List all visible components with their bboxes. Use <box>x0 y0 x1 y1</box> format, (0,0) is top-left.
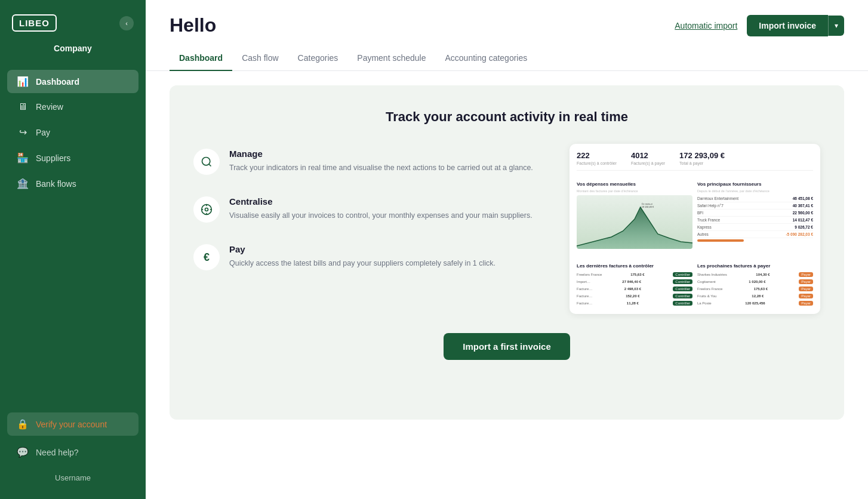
ss-invoice-panels: Les dernières factures à contrôler Freel… <box>577 258 813 307</box>
sidebar-item-dashboard[interactable]: 📊 Dashboard <box>7 70 138 93</box>
feature-centralise-title: Centralise <box>229 196 550 207</box>
manage-icon-circle <box>193 149 220 175</box>
ss-stats: 222 Facture(s) à contrôler 4012 Facture(… <box>577 151 813 171</box>
logo: LIBEO <box>12 14 57 32</box>
centralise-icon-circle <box>193 196 220 223</box>
ss-ctrl-inv-3: Facture… 152,20 € Contrôler <box>577 292 692 300</box>
ss-suppliers-subtitle: Depuis le début de l'annéee, par date d'… <box>697 189 813 193</box>
sidebar-item-label: Suppliers <box>36 153 70 163</box>
sidebar-item-label: Review <box>36 102 63 112</box>
ss-supplier-val-4: 9 026,72 € <box>795 225 813 229</box>
sidebar-item-bank-flows[interactable]: 🏦 Bank flows <box>7 172 138 195</box>
ss-supplier-name-1: Safari Help n°7 <box>697 204 724 208</box>
sidebar-bottom: 🔒 Verify your account 💬 Need help? Usern… <box>0 405 146 499</box>
auto-import-link[interactable]: Automatic import <box>675 21 737 30</box>
svg-line-1 <box>209 164 211 167</box>
ss-supplier-val-5: -5 090 282,03 € <box>786 232 813 236</box>
ss-stat-1: 222 Facture(s) à contrôler <box>577 151 617 165</box>
username-area: Username <box>7 469 138 492</box>
feature-pay-desc: Quickly access the latest bills and pay … <box>229 258 550 269</box>
sidebar-item-review[interactable]: 🖥 Review <box>7 96 138 118</box>
ss-supplier-name-3: Truck France <box>697 218 720 222</box>
ss-ctrl-inv-2: Facture… 2 498,03 € Contrôler <box>577 285 692 292</box>
ss-pay-inv-2: Freelors France 175,63 € Payer <box>697 285 813 292</box>
ss-stat-2: 4012 Facture(s) à payer <box>631 151 665 165</box>
ss-stat-2-num: 4012 <box>631 151 665 160</box>
tab-categories[interactable]: Categories <box>288 46 348 71</box>
verify-account-label: Verify your account <box>36 420 107 429</box>
ss-to-pay-title: Les prochaines factures à payer <box>697 263 813 269</box>
feature-pay: € Pay Quickly access the latest bills an… <box>193 244 550 270</box>
dashboard-icon: 📊 <box>17 76 29 87</box>
ss-supplier-row-5: Autres -5 090 282,03 € <box>697 231 813 238</box>
ss-suppliers-title: Vos principaux fournisseurs <box>697 181 813 187</box>
pay-icon: ↪ <box>17 127 29 138</box>
svg-point-0 <box>202 158 210 165</box>
ss-pay-inv-4: La Poste 120 025,456 Payer <box>697 300 813 307</box>
import-first-invoice-button[interactable]: Import a first invoice <box>444 333 570 360</box>
ss-supplier-name-2: BFI <box>697 211 703 215</box>
sidebar-company-name: Company <box>0 41 146 65</box>
tab-dashboard[interactable]: Dashboard <box>170 46 232 71</box>
ss-pay-inv-3: Fruits & You 12,28 € Payer <box>697 292 813 300</box>
review-icon: 🖥 <box>17 101 29 112</box>
need-help-item[interactable]: 💬 Need help? <box>7 441 138 464</box>
promo-screenshot: 222 Facture(s) à contrôler 4012 Facture(… <box>570 144 820 314</box>
tab-cash-flow[interactable]: Cash flow <box>232 46 288 71</box>
ss-pay-invoices-col: Les prochaines factures à payer Sharkes … <box>697 258 813 307</box>
tab-payment-schedule[interactable]: Payment schedule <box>347 46 435 71</box>
ss-supplier-name-0: Darréoux Entertainment <box>697 196 738 201</box>
ss-supplier-row-2: BFI 22 560,00 € <box>697 210 813 217</box>
sidebar-item-label: Pay <box>36 128 50 137</box>
ss-supplier-val-0: 46 451,08 € <box>793 196 813 201</box>
dashboard-body: Track your account activity in real time… <box>146 71 868 499</box>
bank-flows-icon: 🏦 <box>17 178 29 189</box>
ss-suppliers-col: Vos principaux fournisseurs Depuis le dé… <box>697 177 813 254</box>
ss-supplier-val-1: 40 367,41 € <box>793 204 813 208</box>
tabs: Dashboard Cash flow Categories Payment s… <box>146 46 868 71</box>
ss-chart-col: Vos dépenses mensuelles Montant des fact… <box>577 177 692 254</box>
ss-stat-1-label: Facture(s) à contrôler <box>577 161 617 165</box>
import-invoice-button-wrap: Import invoice ▾ <box>747 15 844 36</box>
main-content: Hello Automatic import Import invoice ▾ … <box>146 0 868 499</box>
ss-ctrl-inv-0: Freelors France 175,63 € Contrôler <box>577 271 692 278</box>
ss-supplier-row-1: Safari Help n°7 40 367,41 € <box>697 202 813 210</box>
sidebar-logo-area: LIBEO ‹ <box>0 0 146 41</box>
promo-card: Track your account activity in real time… <box>170 85 844 420</box>
sidebar-nav: 📊 Dashboard 🖥 Review ↪ Pay 🏪 Suppliers 🏦… <box>0 65 146 405</box>
help-icon: 💬 <box>17 446 29 458</box>
sidebar-item-suppliers[interactable]: 🏪 Suppliers <box>7 146 138 170</box>
ss-supplier-row-4: Kapress 9 026,72 € <box>697 224 813 231</box>
ss-pay-inv-1: Cogitament 1 020,00 € Payer <box>697 278 813 285</box>
feature-centralise-desc: Visualise easily all your invoices to co… <box>229 210 550 221</box>
import-invoice-dropdown-button[interactable]: ▾ <box>828 16 844 36</box>
sidebar-item-label: Dashboard <box>36 77 79 87</box>
ss-to-control-title: Les dernières factures à contrôler <box>577 263 692 269</box>
pay-icon-circle: € <box>193 244 220 270</box>
feature-manage-title: Manage <box>229 149 550 159</box>
ss-supplier-row-0: Darréoux Entertainment 46 451,08 € <box>697 195 813 202</box>
sidebar-item-pay[interactable]: ↪ Pay <box>7 121 138 144</box>
ss-ctrl-inv-1: Import… 27 846,40 € Contrôler <box>577 278 692 285</box>
ss-stat-1-num: 222 <box>577 151 617 160</box>
verify-account-item[interactable]: 🔒 Verify your account <box>7 412 138 436</box>
import-invoice-button[interactable]: Import invoice <box>747 15 828 36</box>
sidebar-collapse-button[interactable]: ‹ <box>119 16 134 30</box>
tab-accounting-categories[interactable]: Accounting categories <box>435 46 537 71</box>
ss-supplier-name-5: Autres <box>697 232 709 236</box>
ss-supplier-val-3: 14 012,47 € <box>793 218 813 222</box>
ss-orange-bar <box>697 239 744 242</box>
ss-main-panels: Vos dépenses mensuelles Montant des fact… <box>577 177 813 254</box>
top-header: Hello Automatic import Import invoice ▾ <box>146 0 868 36</box>
feature-manage-desc: Track your indicators in real time and v… <box>229 162 550 174</box>
feature-pay-title: Pay <box>229 244 550 254</box>
lock-icon: 🔒 <box>17 418 29 430</box>
username: Username <box>55 473 91 482</box>
ss-chart: Ce mois-ci 19 132,46 € <box>577 195 692 249</box>
feature-centralise: Centralise Visualise easily all your inv… <box>193 196 550 223</box>
euro-icon: € <box>204 251 210 264</box>
sidebar: LIBEO ‹ Company 📊 Dashboard 🖥 Review ↪ P… <box>0 0 146 499</box>
header-actions: Automatic import Import invoice ▾ <box>675 15 844 36</box>
ss-stat-3-num: 172 293,09 € <box>679 151 725 160</box>
ss-control-invoices-col: Les dernières factures à contrôler Freel… <box>577 258 692 307</box>
